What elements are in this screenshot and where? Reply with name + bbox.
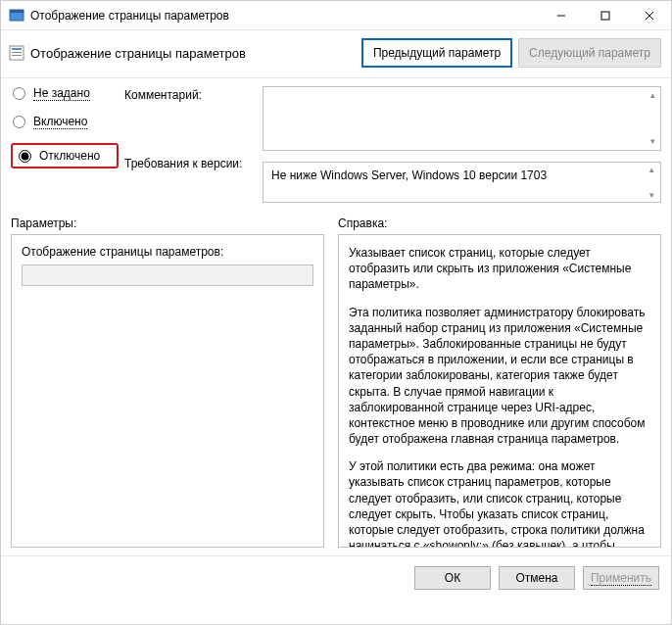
scroll-down-icon: ▾ (645, 190, 658, 200)
field-values: ▴ ▾ Не ниже Windows Server, Windows 10 в… (263, 86, 661, 203)
apply-label: Применить (591, 571, 651, 586)
radio-disabled-input[interactable] (19, 150, 31, 163)
scroll-down-icon: ▾ (646, 136, 659, 146)
radio-enabled-label: Включено (33, 115, 87, 129)
next-setting-button[interactable]: Следующий параметр (518, 38, 661, 68)
svg-rect-9 (12, 55, 22, 56)
previous-setting-label: Предыдущий параметр (373, 46, 501, 60)
policy-icon (9, 45, 24, 61)
radio-disabled[interactable]: Отключено (17, 149, 109, 163)
radio-enabled[interactable]: Включено (11, 115, 119, 129)
radio-not-configured-label: Не задано (33, 86, 90, 101)
help-paragraph: У этой политики есть два режима: она мож… (349, 458, 650, 548)
svg-rect-7 (12, 48, 22, 50)
svg-rect-3 (601, 12, 609, 20)
requirements-text: Не ниже Windows Server, Windows 10 верси… (271, 168, 547, 182)
radio-not-configured-input[interactable] (13, 87, 25, 100)
previous-setting-button[interactable]: Предыдущий параметр (361, 38, 512, 68)
dialog-footer: ОК Отмена Применить (1, 555, 671, 600)
cancel-label: Отмена (515, 571, 557, 585)
help-paragraph: Указывает список страниц, которые следуе… (349, 245, 650, 293)
comment-scrollbar[interactable]: ▴ ▾ (646, 90, 659, 146)
parameters-label: Параметры: (11, 216, 324, 230)
titlebar: Отображение страницы параметров (1, 1, 671, 30)
window-title: Отображение страницы параметров (30, 9, 539, 23)
param-field-label: Отображение страницы параметров: (22, 245, 313, 259)
maximize-button[interactable] (583, 1, 627, 29)
app-icon (9, 8, 24, 24)
scroll-up-icon: ▴ (646, 90, 659, 100)
requirements-label: Требования к версии: (124, 157, 257, 170)
state-options: Не задано Включено Отключено (11, 86, 119, 203)
radio-enabled-input[interactable] (13, 116, 25, 128)
next-setting-label: Следующий параметр (529, 46, 650, 60)
comment-textarea[interactable] (263, 86, 661, 151)
help-paragraph: Эта политика позволяет администратору бл… (349, 305, 650, 448)
ok-button[interactable]: ОК (414, 566, 491, 590)
radio-not-configured[interactable]: Не задано (11, 86, 119, 101)
scroll-up-icon: ▴ (645, 165, 658, 174)
apply-button[interactable]: Применить (583, 566, 659, 590)
comment-label: Комментарий: (124, 88, 257, 102)
svg-rect-8 (12, 52, 22, 53)
help-panel[interactable]: Указывает список страниц, которые следуе… (338, 234, 661, 548)
policy-title: Отображение страницы параметров (30, 46, 356, 61)
requirements-scrollbar[interactable]: ▴ ▾ (645, 165, 658, 200)
param-field-input (22, 264, 313, 286)
ok-label: ОК (445, 571, 460, 585)
field-labels: Комментарий: Требования к версии: (124, 86, 257, 203)
header: Отображение страницы параметров Предыдущ… (1, 30, 671, 78)
requirements-box: Не ниже Windows Server, Windows 10 верси… (263, 162, 661, 203)
radio-disabled-label: Отключено (39, 149, 100, 163)
help-label: Справка: (338, 216, 387, 230)
radio-disabled-highlight: Отключено (11, 143, 119, 168)
minimize-button[interactable] (539, 1, 583, 29)
parameters-panel: Отображение страницы параметров: (11, 234, 324, 548)
cancel-button[interactable]: Отмена (499, 566, 575, 590)
close-button[interactable] (627, 1, 671, 29)
svg-rect-1 (10, 10, 24, 13)
